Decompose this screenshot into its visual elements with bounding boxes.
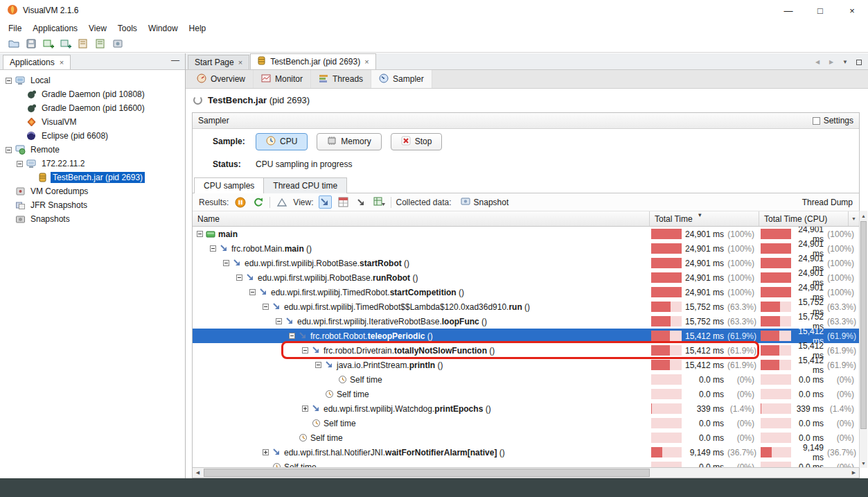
table-row[interactable]: Self time0.0 ms(0%)0.0 ms(0%) <box>193 372 859 387</box>
vertical-scrollbar-thumb[interactable] <box>860 221 867 429</box>
tab-applications[interactable]: Applications × <box>3 55 71 69</box>
open-file-icon[interactable] <box>7 37 21 51</box>
thread-dump-icon[interactable] <box>94 37 108 51</box>
time-value: 15,412 ms <box>682 360 727 370</box>
sidebar-item[interactable]: VM Coredumps <box>0 184 185 198</box>
tab-overview[interactable]: Overview <box>189 70 254 88</box>
collapse-icon[interactable] <box>210 245 216 252</box>
time-percent: (100%) <box>727 273 759 283</box>
pause-results-icon[interactable] <box>233 195 247 209</box>
close-button[interactable]: × <box>836 0 868 21</box>
collapse-icon[interactable] <box>276 318 282 324</box>
expand-icon[interactable] <box>302 406 308 412</box>
collapse-icon[interactable] <box>249 289 256 295</box>
collapse-icon[interactable] <box>315 362 321 368</box>
table-row[interactable]: Self time0.0 ms(0%)0.0 ms(0%) <box>193 416 859 430</box>
time-percent: (61.9%) <box>727 360 759 370</box>
sidebar-item[interactable]: Remote <box>0 143 185 157</box>
tab-threads[interactable]: Threads <box>311 70 371 88</box>
menu-window[interactable]: Window <box>143 22 184 35</box>
sidebar-item[interactable]: Local <box>0 73 185 87</box>
tab-cpu-samples[interactable]: CPU samples <box>194 177 264 193</box>
table-row[interactable]: java.io.PrintStream.println ()15,412 ms(… <box>193 358 859 372</box>
collapse-icon[interactable] <box>289 333 295 339</box>
add-application-icon[interactable] <box>42 37 56 51</box>
snapshot-button[interactable]: Snapshot <box>457 195 513 209</box>
expand-icon[interactable] <box>263 449 269 455</box>
stop-button[interactable]: Stop <box>391 133 443 150</box>
column-header-name[interactable]: Name <box>193 211 650 226</box>
menu-applications[interactable]: Applications <box>27 22 83 35</box>
table-row[interactable]: Self time0.0 ms(0%)0.0 ms(0%) <box>193 387 859 401</box>
horizontal-scrollbar-thumb[interactable] <box>204 469 650 477</box>
time-percent: (61.9%) <box>827 360 859 370</box>
cpu-button[interactable]: CPU <box>256 133 308 150</box>
column-header-total-time-cpu[interactable]: Total Time (CPU) <box>759 211 849 226</box>
scroll-left-icon[interactable]: ◀ <box>193 468 203 478</box>
add-jmx-connection-icon[interactable] <box>59 37 73 51</box>
collapse-icon[interactable] <box>6 78 12 84</box>
view-forward-calls-icon[interactable] <box>319 195 332 209</box>
collapse-panel-button[interactable]: — <box>171 55 179 65</box>
sidebar-item[interactable]: 172.22.11.2 <box>0 157 185 171</box>
sidebar-item[interactable]: VisualVM <box>0 115 185 129</box>
sidebar-item[interactable]: Gradle Daemon (pid 16600) <box>0 101 185 115</box>
maximize-tab-icon[interactable] <box>853 57 865 67</box>
sidebar-item[interactable]: Snapshots <box>0 212 185 226</box>
collapse-icon[interactable] <box>302 347 308 354</box>
tab-start-page[interactable]: Start Page × <box>188 55 249 69</box>
scroll-tabs-left-icon[interactable]: ◀ <box>812 57 823 67</box>
column-chooser-icon[interactable]: ▼ <box>849 211 859 226</box>
sidebar-item[interactable]: Gradle Daemon (pid 10808) <box>0 87 185 101</box>
table-row[interactable]: edu.wpi.first.wpilibj.Watchdog.printEpoc… <box>193 401 859 416</box>
scroll-right-icon[interactable]: ▶ <box>849 468 859 478</box>
collapse-icon[interactable] <box>236 274 242 281</box>
tab-thread-cpu-time[interactable]: Thread CPU time <box>263 177 347 193</box>
sidebar-item[interactable]: JFR Snapshots <box>0 198 185 212</box>
scroll-up-icon[interactable]: ▲ <box>860 211 867 220</box>
close-icon[interactable]: × <box>60 58 64 67</box>
application-snapshot-icon[interactable] <box>111 37 125 51</box>
time-percent: (100%) <box>827 259 859 268</box>
column-header-total-time[interactable]: Total Time ▾ <box>650 211 759 226</box>
tab-sampler[interactable]: Sampler <box>371 70 432 88</box>
view-hot-spots-icon[interactable] <box>337 195 350 209</box>
collapse-icon[interactable] <box>223 260 229 266</box>
delta-results-icon[interactable] <box>275 195 288 209</box>
scroll-tabs-right-icon[interactable]: ▶ <box>826 57 837 67</box>
collapse-icon[interactable] <box>263 304 269 310</box>
maximize-button[interactable]: □ <box>804 0 836 21</box>
settings-checkbox[interactable] <box>813 117 820 125</box>
results-label: Results: <box>199 198 229 207</box>
minimize-button[interactable]: — <box>772 0 804 21</box>
sidebar-item[interactable]: TestBench.jar (pid 2693) <box>0 171 185 184</box>
menu-file[interactable]: File <box>3 22 27 35</box>
menu-view[interactable]: View <box>83 22 112 35</box>
close-icon[interactable]: × <box>238 58 242 67</box>
collapse-icon[interactable] <box>17 161 23 167</box>
table-row[interactable]: edu.wpi.first.hal.NotifierJNI.waitForNot… <box>193 445 859 460</box>
sidebar-item-label: Snapshots <box>28 213 72 225</box>
tab-monitor[interactable]: Monitor <box>254 70 311 88</box>
tab-list-dropdown-icon[interactable]: ▼ <box>840 57 851 67</box>
save-all-icon[interactable] <box>24 37 39 51</box>
menu-tools[interactable]: Tools <box>112 22 143 35</box>
tab-testbench-jar[interactable]: TestBench.jar (pid 2693) × <box>250 53 376 69</box>
settings-toggle[interactable]: Settings <box>813 116 853 125</box>
memory-button[interactable]: Memory <box>317 133 381 150</box>
sidebar-item[interactable]: Eclipse (pid 6608) <box>0 129 185 143</box>
close-icon[interactable]: × <box>364 58 369 66</box>
collapse-icon[interactable] <box>197 231 203 237</box>
horizontal-scrollbar[interactable]: ◀ ▶ <box>193 467 859 478</box>
collapse-icon[interactable] <box>6 147 12 153</box>
clock-icon <box>324 390 334 399</box>
remote-icon <box>15 145 26 155</box>
vertical-scrollbar[interactable]: ▲ ▼ <box>859 211 867 468</box>
scroll-down-icon[interactable]: ▼ <box>860 458 867 468</box>
menu-help[interactable]: Help <box>184 22 212 35</box>
heap-dump-icon[interactable] <box>76 37 91 51</box>
export-results-icon[interactable] <box>373 195 386 209</box>
thread-dump-button[interactable]: Thread Dump <box>802 198 853 207</box>
view-combined-icon[interactable] <box>355 195 368 209</box>
refresh-results-icon[interactable] <box>251 195 265 209</box>
